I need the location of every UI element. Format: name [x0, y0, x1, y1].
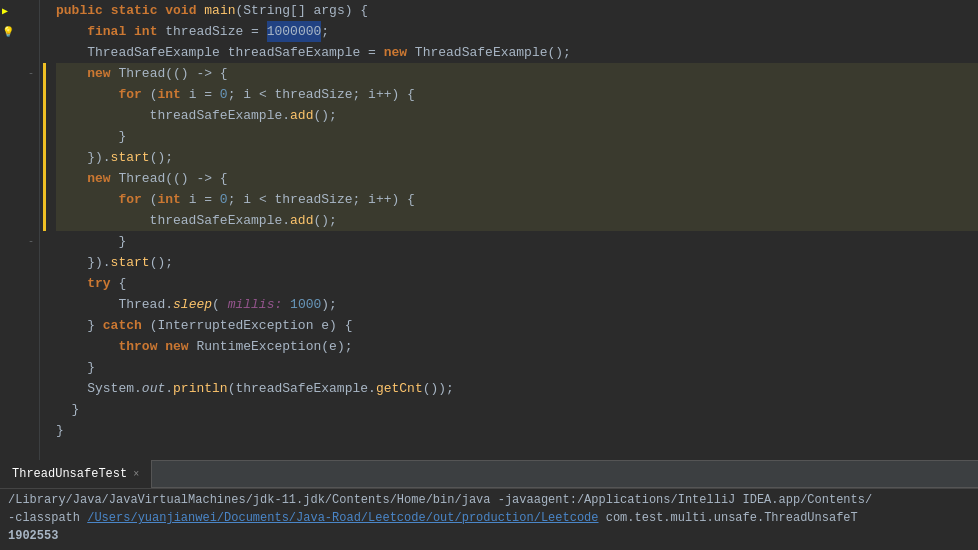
- marker-3: [40, 42, 48, 63]
- tab-label: ThreadUnsafeTest: [12, 467, 127, 481]
- gutter-line-9: [0, 168, 39, 189]
- gutter-line-4: -: [0, 63, 39, 84]
- change-bar-8: [43, 147, 46, 168]
- marker-9: [40, 168, 48, 189]
- gutter-line-12: -: [0, 231, 39, 252]
- code-line-5: for (int i = 0; i < threadSize; i++) {: [56, 84, 978, 105]
- code-line-21: }: [56, 420, 978, 441]
- marker-12: [40, 231, 48, 252]
- gutter-line-1: ▶: [0, 0, 39, 21]
- change-bar-7: [43, 126, 46, 147]
- code-line-2: final int threadSize = 1000000;: [56, 21, 978, 42]
- current-line-arrow: ▶: [2, 5, 8, 17]
- gutter-line-10: [0, 189, 39, 210]
- change-bar-11: [43, 210, 46, 231]
- marker-6: [40, 105, 48, 126]
- tab-thread-unsafe-test[interactable]: ThreadUnsafeTest ×: [0, 460, 152, 488]
- change-bar-4: [43, 63, 46, 84]
- tab-close-button[interactable]: ×: [133, 469, 139, 480]
- console-result-value: 1902553: [8, 529, 58, 543]
- marker-5: [40, 84, 48, 105]
- marker-7: [40, 126, 48, 147]
- gutter-line-18: [0, 357, 39, 378]
- gutter-line-3: [0, 42, 39, 63]
- change-bar-5: [43, 84, 46, 105]
- code-line-11: threadSafeExample.add();: [56, 210, 978, 231]
- gutter-line-13: [0, 252, 39, 273]
- marker-13: [40, 252, 48, 273]
- console-output: /Library/Java/JavaVirtualMachines/jdk-11…: [0, 488, 978, 550]
- marker-15: [40, 294, 48, 315]
- code-line-20: }: [56, 399, 978, 420]
- gutter-line-7: [0, 126, 39, 147]
- code-line-6: threadSafeExample.add();: [56, 105, 978, 126]
- change-bar-9: [43, 168, 46, 189]
- gutter-line-21: [0, 420, 39, 441]
- change-markers: [40, 0, 48, 460]
- gutter-line-15: [0, 294, 39, 315]
- editor-area: ▶ 💡 - -: [0, 0, 978, 460]
- code-line-7: }: [56, 126, 978, 147]
- console-line-1: /Library/Java/JavaVirtualMachines/jdk-11…: [8, 491, 970, 509]
- marker-1: [40, 0, 48, 21]
- gutter-line-6: [0, 105, 39, 126]
- marker-8: [40, 147, 48, 168]
- change-bar-6: [43, 105, 46, 126]
- inspection-bulb[interactable]: 💡: [2, 26, 14, 38]
- gutter-line-11: [0, 210, 39, 231]
- marker-10: [40, 189, 48, 210]
- marker-11: [40, 210, 48, 231]
- gutter-line-14: [0, 273, 39, 294]
- marker-20: [40, 399, 48, 420]
- marker-4: [40, 63, 48, 84]
- code-line-15: Thread.sleep( millis: 1000);: [56, 294, 978, 315]
- console-line-2: -classpath /Users/yuanjianwei/Documents/…: [8, 509, 970, 527]
- line-gutter: ▶ 💡 - -: [0, 0, 40, 460]
- code-line-1: public static void main(String[] args) {: [56, 0, 978, 21]
- marker-2: [40, 21, 48, 42]
- code-line-17: throw new RuntimeException(e);: [56, 336, 978, 357]
- code-content: public static void main(String[] args) {…: [48, 0, 978, 460]
- code-line-9: new Thread(() -> {: [56, 168, 978, 189]
- gutter-line-17: [0, 336, 39, 357]
- code-line-19: System.out.println(threadSafeExample.get…: [56, 378, 978, 399]
- code-line-4: new Thread(() -> {: [56, 63, 978, 84]
- code-line-3: ThreadSafeExample threadSafeExample = ne…: [56, 42, 978, 63]
- code-line-13: }).start();: [56, 252, 978, 273]
- console-line-3: 1902553: [8, 527, 970, 545]
- classpath-link[interactable]: /Users/yuanjianwei/Documents/Java-Road/L…: [87, 511, 598, 525]
- code-line-18: }: [56, 357, 978, 378]
- gutter-line-8: [0, 147, 39, 168]
- code-line-16: } catch (InterruptedException e) {: [56, 315, 978, 336]
- code-line-10: for (int i = 0; i < threadSize; i++) {: [56, 189, 978, 210]
- marker-16: [40, 315, 48, 336]
- gutter-line-20: [0, 399, 39, 420]
- marker-18: [40, 357, 48, 378]
- marker-14: [40, 273, 48, 294]
- code-line-8: }).start();: [56, 147, 978, 168]
- marker-17: [40, 336, 48, 357]
- tab-bar: ThreadUnsafeTest ×: [0, 460, 978, 488]
- gutter-line-5: [0, 84, 39, 105]
- marker-21: [40, 420, 48, 441]
- code-line-14: try {: [56, 273, 978, 294]
- change-bar-10: [43, 189, 46, 210]
- gutter-line-16: [0, 315, 39, 336]
- code-line-12: }: [56, 231, 978, 252]
- gutter-line-19: [0, 378, 39, 399]
- gutter-line-2: 💡: [0, 21, 39, 42]
- marker-19: [40, 378, 48, 399]
